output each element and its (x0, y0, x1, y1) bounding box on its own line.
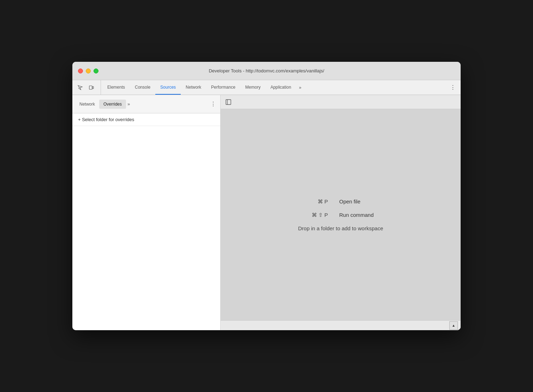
more-options-icon[interactable]: ⋮ (448, 83, 458, 93)
title-bar: Developer Tools - http://todomvc.com/exa… (72, 62, 461, 80)
tab-bar: Elements Console Sources Network Perform… (72, 80, 461, 95)
close-button[interactable] (78, 69, 83, 73)
minimize-button[interactable] (86, 69, 91, 73)
sidebar-body: + Select folder for overrides (72, 113, 220, 330)
editor-area: ⌘ P Open file ⌘ ⇧ P Run command Drop in … (221, 95, 461, 330)
svg-rect-0 (89, 86, 92, 89)
devtools-window: Developer Tools - http://todomvc.com/exa… (72, 62, 461, 330)
device-icon[interactable] (86, 83, 96, 93)
sidebar-tab-network[interactable]: Network (75, 100, 99, 109)
tab-more-button[interactable]: » (296, 80, 304, 95)
sidebar-tab-bar: Network Overrides » ⋮ (72, 95, 220, 113)
sidebar-menu-icon[interactable]: ⋮ (209, 101, 217, 107)
traffic-lights (78, 69, 98, 73)
collapse-panel-icon[interactable] (223, 97, 233, 107)
bottom-bar: ▲ (221, 320, 461, 330)
drop-hint-text: Drop in a folder to add to workspace (298, 225, 383, 231)
tab-application[interactable]: Application (265, 80, 296, 95)
select-folder-button[interactable]: + Select folder for overrides (72, 113, 220, 126)
open-file-label: Open file (339, 198, 382, 204)
sidebar: Network Overrides » ⋮ + Select folder fo… (72, 95, 221, 330)
tab-console[interactable]: Console (130, 80, 155, 95)
editor-toolbar (221, 95, 461, 109)
tab-elements[interactable]: Elements (102, 80, 130, 95)
main-area: Network Overrides » ⋮ + Select folder fo… (72, 95, 461, 330)
sidebar-tab-more-button[interactable]: » (126, 101, 131, 107)
shortcuts-area: ⌘ P Open file ⌘ ⇧ P Run command Drop in … (298, 198, 383, 231)
run-command-keys: ⌘ ⇧ P (300, 212, 328, 218)
svg-rect-2 (226, 100, 231, 105)
sidebar-tab-overrides[interactable]: Overrides (99, 100, 126, 109)
bottom-arrow-icon[interactable]: ▲ (449, 321, 458, 330)
inspect-icon[interactable] (75, 83, 85, 93)
tab-memory[interactable]: Memory (240, 80, 265, 95)
shortcut-open-file: ⌘ P Open file (300, 198, 382, 205)
window-title: Developer Tools - http://todomvc.com/exa… (209, 68, 324, 73)
shortcut-run-command: ⌘ ⇧ P Run command (300, 212, 382, 218)
tab-sources[interactable]: Sources (155, 80, 181, 95)
tab-bar-end: ⋮ (448, 80, 461, 95)
svg-rect-1 (92, 87, 94, 89)
maximize-button[interactable] (94, 69, 98, 73)
tab-performance[interactable]: Performance (206, 80, 240, 95)
run-command-label: Run command (339, 212, 382, 218)
tab-bar-icons (75, 80, 101, 95)
open-file-keys: ⌘ P (300, 198, 328, 205)
editor-content: ⌘ P Open file ⌘ ⇧ P Run command Drop in … (221, 109, 461, 320)
tab-network[interactable]: Network (181, 80, 206, 95)
